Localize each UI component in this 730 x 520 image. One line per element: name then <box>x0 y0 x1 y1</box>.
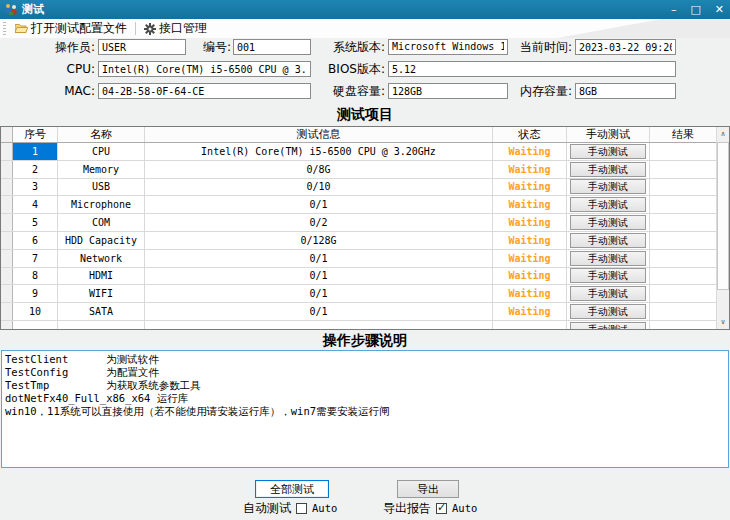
cell-info[interactable]: 0/1 <box>145 303 493 320</box>
table-row[interactable]: 9 WIFI 0/1 Waiting 手动测试 <box>1 285 716 303</box>
minimize-icon[interactable]: – <box>671 0 677 19</box>
cell-info[interactable]: 0/128G <box>145 232 493 249</box>
ram-input[interactable] <box>575 83 676 99</box>
manual-test-button[interactable]: 手动测试 <box>570 162 646 177</box>
interface-mgmt-button[interactable]: 接口管理 <box>139 20 212 37</box>
cell-index[interactable]: 8 <box>13 268 58 285</box>
cell-index[interactable]: 10 <box>13 303 58 320</box>
bios-input[interactable] <box>388 61 676 77</box>
cell-index[interactable]: 4 <box>13 196 58 213</box>
cpu-input[interactable] <box>98 61 311 77</box>
cell-info[interactable]: Intel(R) Core(TM) i5-6500 CPU @ 3.20GHz <box>145 143 493 160</box>
table-row[interactable]: 手动测试 <box>1 321 716 329</box>
cell-info[interactable]: 0/1 <box>145 285 493 302</box>
cell-name[interactable]: WIFI <box>58 285 145 302</box>
os-input[interactable] <box>388 39 508 55</box>
cell-name[interactable]: HDMI <box>58 268 145 285</box>
manual-test-button[interactable]: 手动测试 <box>570 233 646 248</box>
hdd-input[interactable] <box>388 83 508 99</box>
cell-status[interactable]: Waiting <box>493 196 567 213</box>
table-row[interactable]: 7 Network 0/1 Waiting 手动测试 <box>1 250 716 268</box>
cell-status[interactable] <box>493 321 567 329</box>
mac-input[interactable] <box>98 83 311 99</box>
scrollbar-thumb[interactable] <box>717 142 729 290</box>
cell-status[interactable]: Waiting <box>493 232 567 249</box>
scroll-down-icon[interactable]: ∨ <box>717 315 729 329</box>
table-row[interactable]: 8 HDMI 0/1 Waiting 手动测试 <box>1 268 716 286</box>
manual-test-button[interactable]: 手动测试 <box>570 251 646 266</box>
cell-result[interactable] <box>650 285 716 302</box>
cell-index[interactable]: 9 <box>13 285 58 302</box>
maximize-icon[interactable]: □ <box>690 0 700 19</box>
cell-index[interactable]: 2 <box>13 161 58 178</box>
steps-textarea[interactable]: TestClient 为测试软件 TestConfig 为配置文件 TestTm… <box>1 350 729 468</box>
manual-test-button[interactable]: 手动测试 <box>570 304 646 319</box>
table-row[interactable]: 6 HDD Capacity 0/128G Waiting 手动测试 <box>1 232 716 250</box>
cell-info[interactable]: 0/1 <box>145 196 493 213</box>
manual-test-button[interactable]: 手动测试 <box>570 322 646 329</box>
cell-info[interactable]: 0/1 <box>145 250 493 267</box>
cell-index[interactable]: 1 <box>13 143 58 160</box>
cell-result[interactable] <box>650 179 716 196</box>
manual-test-button[interactable]: 手动测试 <box>570 179 646 194</box>
export-button[interactable]: 导出 <box>397 480 459 498</box>
open-config-button[interactable]: 打开测试配置文件 <box>10 20 132 37</box>
cell-status[interactable]: Waiting <box>493 214 567 231</box>
cell-status[interactable]: Waiting <box>493 303 567 320</box>
table-scrollbar[interactable]: ∧ ∨ <box>716 127 729 329</box>
cell-name[interactable]: USB <box>58 179 145 196</box>
cell-status[interactable]: Waiting <box>493 285 567 302</box>
export-report-checkbox[interactable] <box>436 503 447 514</box>
number-input[interactable] <box>233 39 311 55</box>
cell-name[interactable]: Memory <box>58 161 145 178</box>
cell-result[interactable] <box>650 214 716 231</box>
cell-info[interactable] <box>145 321 493 329</box>
cell-name[interactable]: CPU <box>58 143 145 160</box>
cell-name[interactable]: COM <box>58 214 145 231</box>
cell-status[interactable]: Waiting <box>493 143 567 160</box>
cell-result[interactable] <box>650 143 716 160</box>
cell-index[interactable]: 6 <box>13 232 58 249</box>
cell-info[interactable]: 0/8G <box>145 161 493 178</box>
cell-name[interactable]: SATA <box>58 303 145 320</box>
cell-name[interactable] <box>58 321 145 329</box>
manual-test-button[interactable]: 手动测试 <box>570 286 646 301</box>
cell-result[interactable] <box>650 268 716 285</box>
cell-result[interactable] <box>650 250 716 267</box>
cell-info[interactable]: 0/1 <box>145 268 493 285</box>
table-row[interactable]: 4 Microphone 0/1 Waiting 手动测试 <box>1 196 716 214</box>
cell-status[interactable]: Waiting <box>493 268 567 285</box>
cell-name[interactable]: Network <box>58 250 145 267</box>
scroll-up-icon[interactable]: ∧ <box>717 127 729 141</box>
table-row[interactable]: 10 SATA 0/1 Waiting 手动测试 <box>1 303 716 321</box>
cell-name[interactable]: HDD Capacity <box>58 232 145 249</box>
test-all-button[interactable]: 全部测试 <box>255 480 329 498</box>
cell-index[interactable]: 5 <box>13 214 58 231</box>
cell-status[interactable]: Waiting <box>493 250 567 267</box>
table-row[interactable]: 2 Memory 0/8G Waiting 手动测试 <box>1 161 716 179</box>
table-row[interactable]: 3 USB 0/10 Waiting 手动测试 <box>1 179 716 197</box>
auto-test-checkbox[interactable] <box>296 503 307 514</box>
table-row[interactable]: 5 COM 0/2 Waiting 手动测试 <box>1 214 716 232</box>
operator-input[interactable] <box>98 39 186 55</box>
manual-test-button[interactable]: 手动测试 <box>570 144 646 159</box>
time-input[interactable] <box>575 39 676 55</box>
cell-info[interactable]: 0/2 <box>145 214 493 231</box>
manual-test-button[interactable]: 手动测试 <box>570 215 646 230</box>
cell-index[interactable] <box>13 321 58 329</box>
cell-result[interactable] <box>650 321 716 329</box>
cell-index[interactable]: 3 <box>13 179 58 196</box>
cell-index[interactable]: 7 <box>13 250 58 267</box>
close-icon[interactable]: ✕ <box>715 0 724 19</box>
manual-test-button[interactable]: 手动测试 <box>570 197 646 212</box>
cell-result[interactable] <box>650 161 716 178</box>
cell-result[interactable] <box>650 232 716 249</box>
cell-result[interactable] <box>650 303 716 320</box>
table-row[interactable]: 1 CPU Intel(R) Core(TM) i5-6500 CPU @ 3.… <box>1 143 716 161</box>
cell-status[interactable]: Waiting <box>493 179 567 196</box>
cell-name[interactable]: Microphone <box>58 196 145 213</box>
cell-status[interactable]: Waiting <box>493 161 567 178</box>
cell-result[interactable] <box>650 196 716 213</box>
manual-test-button[interactable]: 手动测试 <box>570 268 646 283</box>
cell-info[interactable]: 0/10 <box>145 179 493 196</box>
